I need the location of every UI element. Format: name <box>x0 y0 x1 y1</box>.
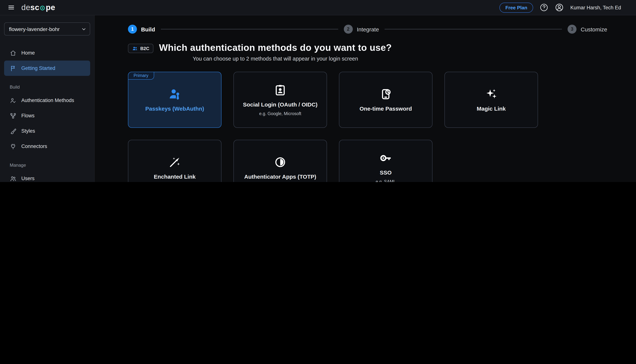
top-bar-left: desc pe <box>6 2 55 12</box>
card-label: Magic Link <box>477 106 506 112</box>
passkey-person-key-icon <box>168 88 181 100</box>
sidebar-item-label: Authentication Methods <box>21 98 74 103</box>
stepper-connector-line <box>385 29 562 30</box>
scope-target-icon <box>40 5 46 11</box>
card-authenticator-apps[interactable]: Authenticator Apps (TOTP) <box>233 140 327 182</box>
top-bar: desc pe Free Plan Kumar Harsh, Tech Ed <box>0 0 636 15</box>
help-icon <box>540 3 549 12</box>
step-integrate: 2 Integrate <box>344 25 379 34</box>
plug-icon <box>10 143 17 150</box>
primary-tag: Primary <box>128 72 154 80</box>
sidebar-item-styles[interactable]: Styles <box>4 123 90 139</box>
card-label: Enchanted Link <box>154 174 195 180</box>
wand-sparkles-icon <box>168 156 181 168</box>
step-label: Customize <box>581 26 607 32</box>
user-name: Kumar Harsh, Tech Ed <box>570 5 621 10</box>
id-badge-icon <box>274 84 286 96</box>
paintbrush-icon <box>10 128 17 134</box>
phone-clock-icon <box>379 88 392 100</box>
sidebar: flowery-lavender-bohr Home Getting Start… <box>0 15 95 182</box>
step-customize: 3 Customize <box>567 25 607 34</box>
flow-diagram-icon <box>10 112 17 119</box>
sidebar-item-authentication-methods[interactable]: Authentication Methods <box>4 93 90 108</box>
sidebar-item-label: Getting Started <box>21 66 55 71</box>
logo-text-sc: sc <box>30 3 39 12</box>
card-label: Social Login (OAuth / OIDC) <box>243 101 317 108</box>
help-button[interactable] <box>540 3 549 12</box>
page-title: Which authentication methods do you want… <box>159 42 392 53</box>
top-bar-right: Free Plan Kumar Harsh, Tech Ed <box>499 2 621 12</box>
sidebar-item-label: Connectors <box>21 144 47 149</box>
free-plan-button[interactable]: Free Plan <box>499 2 533 12</box>
sso-key-icon <box>379 152 392 164</box>
page-subtitle: You can choose up to 2 methods that will… <box>159 56 392 62</box>
sidebar-section-build: Build <box>4 84 90 90</box>
sparkles-icon <box>485 88 498 100</box>
hamburger-menu-button[interactable] <box>6 2 16 12</box>
project-selector[interactable]: flowery-lavender-bohr <box>4 22 90 36</box>
app-shell: flowery-lavender-bohr Home Getting Start… <box>0 15 636 182</box>
sidebar-item-label: Home <box>21 50 35 56</box>
card-label: Passkeys (WebAuthn) <box>145 106 204 112</box>
step-number-badge: 2 <box>344 25 353 34</box>
chevron-down-icon <box>81 26 87 32</box>
sidebar-nav: Home Getting Started Build Authenticatio… <box>4 45 90 182</box>
home-icon <box>10 50 17 56</box>
card-passkeys[interactable]: Primary Passkeys (WebAuthn) <box>128 72 221 128</box>
headline: Which authentication methods do you want… <box>159 42 392 62</box>
descope-logo: desc pe <box>21 3 55 12</box>
card-sublabel: e.g. SAML <box>376 180 396 182</box>
card-magic-link[interactable]: Magic Link <box>444 72 538 128</box>
step-number-badge: 1 <box>128 25 137 34</box>
b2c-badge-label: B2C <box>140 46 149 51</box>
logo-text-de: de <box>21 3 30 12</box>
sidebar-item-flows[interactable]: Flows <box>4 108 90 123</box>
sidebar-item-users[interactable]: Users <box>4 171 90 182</box>
card-label: Authenticator Apps (TOTP) <box>244 174 316 180</box>
card-enchanted-link[interactable]: Enchanted Link <box>128 140 221 182</box>
card-social-login[interactable]: Social Login (OAuth / OIDC) e.g. Google,… <box>233 72 327 128</box>
logo-text-pe: pe <box>46 3 55 12</box>
step-build: 1 Build <box>128 25 155 34</box>
sidebar-item-getting-started[interactable]: Getting Started <box>4 60 90 76</box>
sidebar-item-home[interactable]: Home <box>4 45 90 60</box>
person-check-icon <box>10 97 17 104</box>
auth-method-grid: Primary Passkeys (WebAuthn) Social Login… <box>128 72 607 182</box>
step-label: Integrate <box>357 26 379 32</box>
page-header: B2C Which authentication methods do you … <box>128 42 607 62</box>
card-sublabel: e.g. Google, Microsoft <box>259 111 301 116</box>
sidebar-item-label: Styles <box>21 128 35 134</box>
project-selector-value: flowery-lavender-bohr <box>9 26 60 32</box>
sidebar-item-label: Users <box>21 176 35 181</box>
step-label: Build <box>141 26 155 32</box>
flag-icon <box>10 65 17 72</box>
card-one-time-password[interactable]: One-time Password <box>339 72 433 128</box>
step-number-badge: 3 <box>567 25 576 34</box>
hamburger-icon <box>8 4 15 11</box>
totp-timer-icon <box>274 156 286 168</box>
wizard-stepper: 1 Build 2 Integrate 3 Customize <box>128 25 607 34</box>
people-icon <box>132 46 138 51</box>
sidebar-item-connectors[interactable]: Connectors <box>4 139 90 154</box>
card-sso[interactable]: SSO e.g. SAML <box>339 140 433 182</box>
users-icon <box>10 175 17 182</box>
app-window: desc pe Free Plan Kumar Harsh, Tech Ed <box>0 0 636 182</box>
stepper-connector-line <box>161 29 338 30</box>
main-content: 1 Build 2 Integrate 3 Customize <box>95 15 636 182</box>
sidebar-section-manage: Manage <box>4 162 90 168</box>
account-button[interactable] <box>555 3 564 12</box>
b2c-badge: B2C <box>128 44 153 53</box>
user-avatar-icon <box>555 3 564 12</box>
card-label: SSO <box>380 169 392 176</box>
card-label: One-time Password <box>360 106 412 112</box>
sidebar-item-label: Flows <box>21 113 35 118</box>
